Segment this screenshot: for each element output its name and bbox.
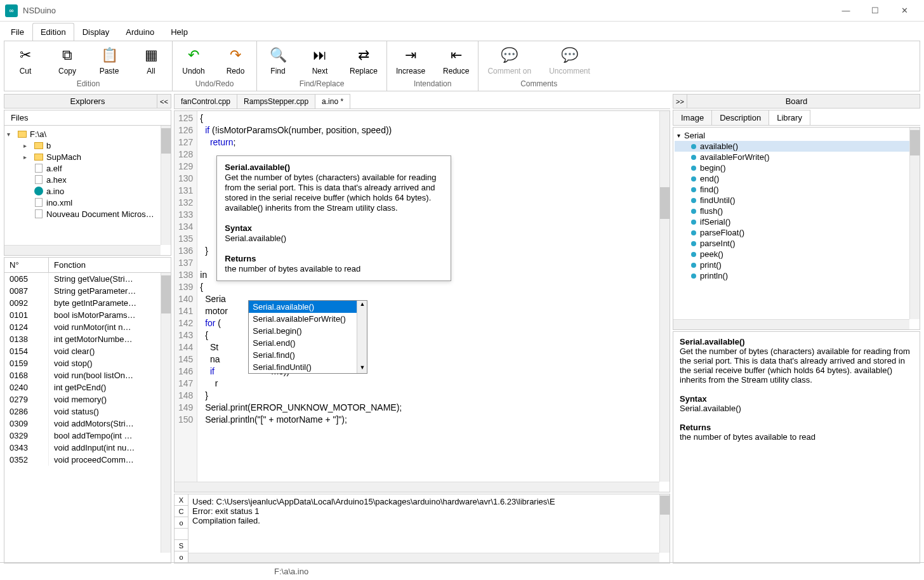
- output-scroll-v[interactable]: [659, 494, 670, 553]
- undo-button[interactable]: ↶Undoh: [178, 44, 209, 77]
- function-row[interactable]: 0065String getValue(Stri…: [4, 273, 171, 285]
- function-row[interactable]: 0124void runMotor(int n…: [4, 321, 171, 333]
- menu-file[interactable]: File: [3, 23, 32, 41]
- output-side-btn[interactable]: o: [175, 551, 188, 563]
- output-side-buttons[interactable]: XCoSo: [175, 494, 188, 563]
- minimize-button[interactable]: —: [831, 1, 861, 20]
- files-tab[interactable]: Files: [4, 110, 171, 126]
- editor-tab[interactable]: fanControl.cpp: [174, 94, 237, 109]
- function-row[interactable]: 0087String getParameter…: [4, 285, 171, 297]
- output-side-btn[interactable]: X: [175, 494, 188, 506]
- editor-tab[interactable]: RampsStepper.cpp: [237, 94, 315, 109]
- tree-item[interactable]: a.ino: [6, 185, 169, 197]
- uncomment-button[interactable]: 💬Uncomment: [545, 44, 594, 77]
- library-item[interactable]: parseFloat(): [675, 227, 918, 238]
- output-side-btn[interactable]: S: [175, 540, 188, 551]
- file-tree[interactable]: ▾F:\a\ ▸b▸SupMacha.elfa.hexa.inoino.xmlN…: [4, 126, 171, 255]
- redo-button[interactable]: ↷Redo: [220, 44, 251, 77]
- tree-item[interactable]: ▸SupMach: [6, 151, 169, 162]
- library-item[interactable]: begin(): [675, 162, 918, 173]
- autocomplete-item[interactable]: Serial.end(): [249, 337, 357, 349]
- library-item[interactable]: println(): [675, 270, 918, 281]
- board-tab-description[interactable]: Description: [711, 110, 769, 125]
- function-row[interactable]: 0138int getMotorNumbe…: [4, 333, 171, 345]
- autocomplete-scroll[interactable]: ▲ ▼: [357, 301, 367, 373]
- editor-tab[interactable]: a.ino *: [315, 94, 350, 109]
- library-item[interactable]: findUntil(): [675, 195, 918, 206]
- function-row[interactable]: 0329bool addTempo(int …: [4, 430, 171, 442]
- function-row[interactable]: 0309void addMotors(Stri…: [4, 418, 171, 430]
- autocomplete-item[interactable]: Serial.available(): [249, 301, 357, 313]
- indent-increase-button[interactable]: ⇥Increase: [392, 44, 429, 77]
- functions-list[interactable]: 0065String getValue(Stri…0087String getP…: [4, 273, 171, 563]
- library-item[interactable]: availableForWrite(): [675, 152, 918, 162]
- board-tab-library[interactable]: Library: [769, 110, 810, 125]
- functions-col-name[interactable]: Fonction: [49, 258, 171, 272]
- maximize-button[interactable]: ☐: [861, 1, 890, 20]
- tree-root[interactable]: ▾F:\a\: [6, 128, 169, 140]
- library-tree[interactable]: ▾Serial available()availableForWrite()be…: [673, 127, 920, 330]
- autocomplete-item[interactable]: Serial.begin(): [249, 325, 357, 337]
- function-row[interactable]: 0352void proceedComm…: [4, 454, 171, 466]
- library-item[interactable]: parseInt(): [675, 238, 918, 249]
- explorers-collapse-button[interactable]: <<: [157, 95, 171, 108]
- autocomplete-item[interactable]: Serial.findUntil(): [249, 361, 357, 373]
- library-item[interactable]: flush(): [675, 206, 918, 216]
- function-row[interactable]: 0168void run(bool listOn…: [4, 369, 171, 381]
- autocomplete-item[interactable]: Serial.availableForWrite(): [249, 313, 357, 325]
- menu-help[interactable]: Help: [162, 23, 196, 41]
- function-row[interactable]: 0286void status(): [4, 405, 171, 418]
- find-button[interactable]: 🔍Find: [262, 44, 294, 77]
- library-item[interactable]: ifSerial(): [675, 216, 918, 227]
- output-side-btn[interactable]: o: [175, 517, 188, 529]
- function-row[interactable]: 0092byte getIntParamete…: [4, 297, 171, 309]
- functions-col-number[interactable]: N°: [4, 258, 49, 272]
- paste-button[interactable]: 📋Paste: [93, 44, 125, 77]
- replace-button[interactable]: ⇄Replace: [346, 44, 381, 77]
- function-row[interactable]: 0154void clear(): [4, 345, 171, 357]
- output-side-btn[interactable]: [175, 529, 188, 540]
- editor-scroll-v[interactable]: [659, 111, 670, 482]
- autocomplete-item[interactable]: Serial.find(): [249, 349, 357, 361]
- output-body[interactable]: Used: C:\Users\jeanluc\AppData\Local\Ard…: [188, 494, 670, 563]
- function-row[interactable]: 0240int getPcEnd(): [4, 381, 171, 393]
- tree-item[interactable]: ino.xml: [6, 197, 169, 208]
- tree-item[interactable]: ▸b: [6, 140, 169, 151]
- library-item[interactable]: print(): [675, 260, 918, 270]
- copy-button[interactable]: ⧉Copy: [51, 44, 83, 77]
- next-button[interactable]: ⏭Next: [304, 44, 336, 77]
- library-scroll-h[interactable]: [673, 319, 909, 329]
- functions-scroll-v[interactable]: [161, 273, 171, 553]
- menu-arduino[interactable]: Arduino: [117, 23, 162, 41]
- library-root[interactable]: ▾Serial: [675, 130, 918, 141]
- autocomplete-popup[interactable]: Serial.available()Serial.availableForWri…: [248, 300, 367, 374]
- editor-scroll-h[interactable]: [175, 482, 659, 492]
- code-editor[interactable]: 1251261271281291301311321331341351361371…: [174, 110, 670, 492]
- function-row[interactable]: 0101bool isMotorParams…: [4, 309, 171, 321]
- function-row[interactable]: 0279void memory(): [4, 393, 171, 405]
- library-item[interactable]: end(): [675, 173, 918, 184]
- board-tab-image[interactable]: Image: [673, 110, 712, 125]
- library-scroll-v[interactable]: [909, 128, 920, 319]
- comment-on-button[interactable]: 💬Comment on: [484, 44, 535, 77]
- editor-code-area[interactable]: { if (!isMotorParamsOk(number, position,…: [197, 111, 670, 492]
- board-expand-button[interactable]: >>: [673, 95, 687, 108]
- tree-item[interactable]: a.hex: [6, 174, 169, 185]
- tree-item[interactable]: Nouveau Document Micros…: [6, 208, 169, 220]
- menu-display[interactable]: Display: [74, 23, 118, 41]
- file-tree-scroll-v[interactable]: [161, 126, 171, 245]
- library-item[interactable]: available(): [675, 141, 918, 152]
- close-button[interactable]: ✕: [890, 1, 919, 20]
- function-row[interactable]: 0159void stop(): [4, 357, 171, 369]
- cut-button[interactable]: ✂Cut: [10, 44, 41, 77]
- function-row[interactable]: 0343void addInput(int nu…: [4, 442, 171, 454]
- library-item[interactable]: peek(): [675, 249, 918, 260]
- menu-edition[interactable]: Edition: [32, 23, 74, 41]
- select-all-button[interactable]: ▦All: [135, 44, 167, 77]
- tree-item[interactable]: a.elf: [6, 162, 169, 174]
- file-tree-scroll-h[interactable]: [4, 245, 161, 255]
- output-side-btn[interactable]: C: [175, 506, 188, 517]
- indent-reduce-button[interactable]: ⇤Reduce: [439, 44, 473, 77]
- output-scroll-h[interactable]: [188, 553, 659, 563]
- library-item[interactable]: find(): [675, 184, 918, 195]
